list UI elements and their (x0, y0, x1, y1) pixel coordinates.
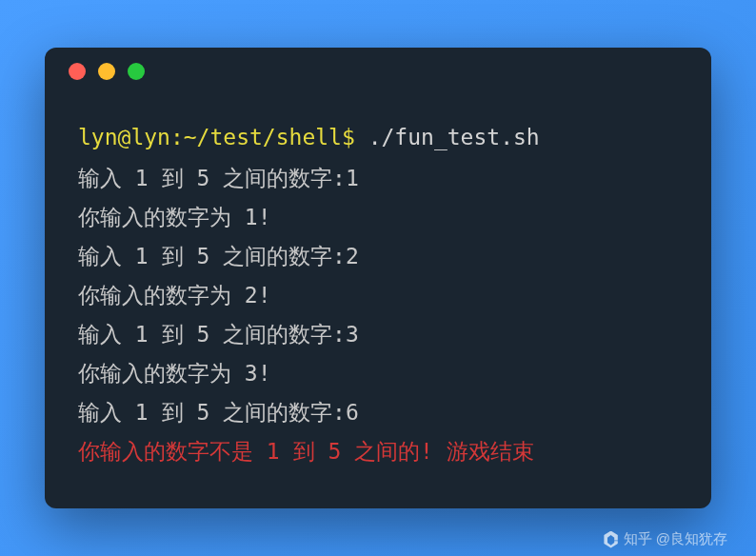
zhihu-icon (603, 531, 620, 548)
prompt-line: lyn@lyn:~/test/shell$ ./fun_test.sh (78, 119, 678, 156)
output-line: 你输入的数字为 1! (78, 199, 678, 236)
watermark-text: 知乎 @良知犹存 (624, 530, 727, 548)
minimize-icon[interactable] (98, 63, 115, 80)
output-line: 输入 1 到 5 之间的数字:6 (78, 394, 678, 431)
output-line: 输入 1 到 5 之间的数字:2 (78, 238, 678, 275)
watermark: 知乎 @良知犹存 (603, 530, 727, 548)
terminal-body[interactable]: lyn@lyn:~/test/shell$ ./fun_test.sh 输入 1… (45, 95, 711, 509)
close-icon[interactable] (69, 63, 86, 80)
maximize-icon[interactable] (128, 63, 145, 80)
terminal-window: lyn@lyn:~/test/shell$ ./fun_test.sh 输入 1… (45, 48, 711, 509)
output-line: 输入 1 到 5 之间的数字:1 (78, 160, 678, 197)
title-bar (45, 48, 711, 95)
command-text: ./fun_test.sh (368, 125, 540, 149)
output-line: 输入 1 到 5 之间的数字:3 (78, 316, 678, 353)
shell-prompt: lyn@lyn:~/test/shell$ (78, 125, 355, 149)
output-line: 你输入的数字为 3! (78, 355, 678, 392)
output-line: 你输入的数字为 2! (78, 277, 678, 314)
error-output: 你输入的数字不是 1 到 5 之间的! 游戏结束 (78, 433, 678, 470)
